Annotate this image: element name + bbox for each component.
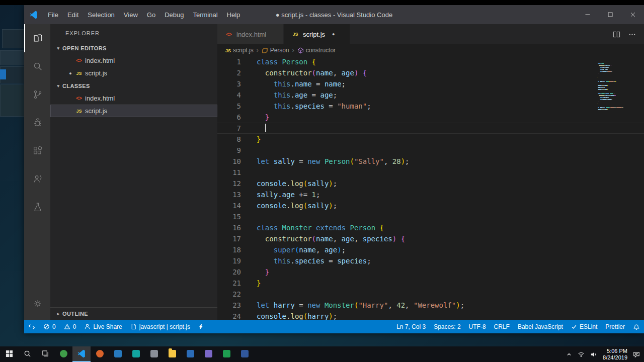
- activity-source-control[interactable]: [24, 80, 50, 109]
- activity-explorer[interactable]: [24, 24, 50, 52]
- status-warnings[interactable]: 0: [60, 320, 80, 333]
- code-line-20[interactable]: 20 }: [217, 266, 644, 278]
- code-line-24[interactable]: 24console.log(harry);: [217, 311, 644, 320]
- taskbar-app-8[interactable]: [181, 346, 199, 362]
- status-errors[interactable]: 0: [39, 320, 60, 333]
- status-encoding[interactable]: UTF-8: [465, 320, 490, 333]
- code-line-6[interactable]: 6 }: [217, 112, 644, 123]
- taskbar-app-5[interactable]: [127, 346, 145, 362]
- code-line-17[interactable]: 17 constructor(name, age, species) {: [217, 233, 644, 244]
- code-line-12[interactable]: 12console.log(sally);: [217, 178, 644, 189]
- taskbar-start[interactable]: [0, 346, 18, 362]
- status-label: CRLF: [494, 323, 510, 330]
- code-line-22[interactable]: 22: [217, 289, 644, 300]
- open-editors-header[interactable]: ▾ OPEN EDITORS: [50, 42, 217, 54]
- folder-header[interactable]: ▾ CLASSES: [50, 79, 217, 92]
- status-active-file[interactable]: javascript | script.js: [126, 320, 194, 333]
- code-line-8[interactable]: 8}: [217, 134, 644, 145]
- activity-live-share[interactable]: [24, 165, 50, 193]
- code-line-4[interactable]: 4 this.age = age;: [217, 89, 644, 101]
- activity-extensions[interactable]: [24, 137, 50, 165]
- status-live-share[interactable]: Live Share: [80, 320, 126, 333]
- activity-settings[interactable]: [24, 290, 50, 318]
- code-line-16[interactable]: 16class Monster extends Person {: [217, 222, 644, 233]
- status-prettier[interactable]: Prettier: [601, 320, 629, 333]
- status-quick-action[interactable]: [194, 320, 208, 333]
- taskbar-file-explorer[interactable]: [163, 346, 181, 362]
- menu-edit[interactable]: Edit: [63, 5, 83, 24]
- vscode-logo: [77, 349, 86, 358]
- breadcrumb-constructor[interactable]: constructor: [297, 47, 336, 54]
- network-icon[interactable]: [578, 351, 585, 358]
- code-line-15[interactable]: 15: [217, 211, 644, 222]
- taskbar-app-6[interactable]: [145, 346, 163, 362]
- status-remote[interactable]: [24, 320, 39, 333]
- outline-header[interactable]: ▸ OUTLINE: [50, 307, 217, 320]
- breadcrumb-separator: ›: [257, 47, 259, 54]
- menu-view[interactable]: View: [119, 5, 142, 24]
- taskbar-app-11[interactable]: [235, 346, 254, 362]
- code-line-21[interactable]: 21}: [217, 278, 644, 289]
- taskbar-app-9[interactable]: [199, 346, 217, 362]
- code-line-5[interactable]: 5 this.species = "human";: [217, 101, 644, 112]
- taskbar-app-10[interactable]: [217, 346, 235, 362]
- symbol-class-icon: [262, 47, 268, 54]
- taskbar-browser[interactable]: [54, 346, 72, 362]
- code-line-14[interactable]: 14console.log(sally);: [217, 200, 644, 211]
- action-center-icon[interactable]: [633, 351, 640, 358]
- menu-go[interactable]: Go: [142, 5, 160, 24]
- file-item-script.js[interactable]: ●JSscript.js: [50, 67, 217, 79]
- code-line-1[interactable]: 1class Person {: [217, 56, 644, 67]
- more-actions-icon[interactable]: [628, 31, 636, 38]
- code-area: 1class Person {2 constructor(name, age) …: [217, 56, 644, 320]
- code-line-11[interactable]: 11: [217, 167, 644, 178]
- tab-script.js[interactable]: JSscript.js●: [284, 24, 350, 44]
- text-cursor: [265, 124, 266, 132]
- code-line-18[interactable]: 18 super(name, age);: [217, 244, 644, 255]
- code-line-13[interactable]: 13sally.age += 1;: [217, 189, 644, 200]
- code-line-7[interactable]: 7: [217, 123, 644, 134]
- close-button[interactable]: [621, 5, 644, 24]
- breadcrumb-Person[interactable]: Person: [262, 47, 289, 54]
- minimize-button[interactable]: [576, 5, 599, 24]
- maximize-button[interactable]: [599, 5, 621, 24]
- code-line-19[interactable]: 19 this.species = species;: [217, 255, 644, 266]
- code-line-10[interactable]: 10let sally = new Person("Sally", 28);: [217, 156, 644, 167]
- tab-index.html[interactable]: <>index.html: [217, 24, 284, 44]
- file-item-index.html[interactable]: <>index.html: [50, 54, 217, 67]
- menu-selection[interactable]: Selection: [83, 5, 119, 24]
- chevron-up-icon[interactable]: [566, 351, 572, 357]
- code-line-9[interactable]: 9: [217, 145, 644, 156]
- taskbar-vscode[interactable]: [72, 346, 91, 362]
- line-number: 4: [217, 89, 257, 101]
- menu-debug[interactable]: Debug: [160, 5, 188, 24]
- system-tray: 5:06 PM 8/24/2019: [566, 346, 644, 362]
- clock[interactable]: 5:06 PM 8/24/2019: [603, 348, 627, 360]
- status-eol[interactable]: CRLF: [490, 320, 514, 333]
- status-language-mode[interactable]: Babel JavaScript: [514, 320, 567, 333]
- menu-file[interactable]: File: [43, 5, 63, 24]
- file-item-index.html[interactable]: <>index.html: [50, 92, 217, 105]
- file-item-script.js[interactable]: JSscript.js: [50, 105, 217, 117]
- activity-test[interactable]: [24, 193, 50, 221]
- taskbar-app-4[interactable]: [109, 346, 127, 362]
- status-eslint[interactable]: ESLint: [567, 320, 601, 333]
- status-cursor-position[interactable]: Ln 7, Col 3: [392, 320, 430, 333]
- minimap[interactable]: [598, 58, 638, 107]
- bell-icon: [633, 323, 640, 330]
- menu-help[interactable]: Help: [222, 5, 245, 24]
- taskbar-search[interactable]: [18, 346, 36, 362]
- status-indentation[interactable]: Spaces: 2: [430, 320, 464, 333]
- menu-terminal[interactable]: Terminal: [188, 5, 222, 24]
- activity-debug[interactable]: [24, 109, 50, 137]
- taskbar-task-view[interactable]: [36, 346, 54, 362]
- activity-search[interactable]: [24, 52, 50, 80]
- code-line-23[interactable]: 23let harry = new Monster("Harry", 42, "…: [217, 300, 644, 311]
- status-notifications[interactable]: [629, 320, 644, 333]
- split-editor-icon[interactable]: [613, 31, 620, 38]
- taskbar-app-3[interactable]: [91, 346, 109, 362]
- code-line-2[interactable]: 2 constructor(name, age) {: [217, 67, 644, 78]
- volume-icon[interactable]: [590, 351, 597, 358]
- code-line-3[interactable]: 3 this.name = name;: [217, 78, 644, 89]
- breadcrumb-script.js[interactable]: JSscript.js: [225, 47, 254, 54]
